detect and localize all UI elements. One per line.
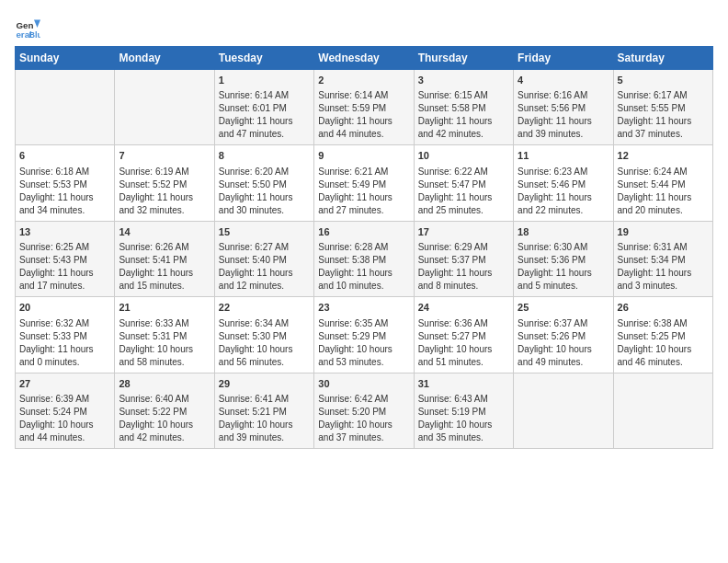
day-number: 12	[618, 149, 709, 163]
day-number: 22	[219, 301, 310, 315]
day-cell: 11Sunrise: 6:23 AMSunset: 5:46 PMDayligh…	[514, 145, 613, 221]
day-info: Sunrise: 6:40 AM	[119, 393, 210, 406]
day-number: 30	[318, 377, 409, 391]
day-info: Daylight: 11 hours and 3 minutes.	[618, 267, 709, 293]
day-info: Daylight: 10 hours and 46 minutes.	[618, 343, 709, 369]
day-number: 31	[418, 377, 509, 391]
day-header-tuesday: Tuesday	[214, 47, 313, 70]
day-header-monday: Monday	[115, 47, 214, 70]
day-cell: 2Sunrise: 6:14 AMSunset: 5:59 PMDaylight…	[314, 70, 414, 145]
day-cell: 19Sunrise: 6:31 AMSunset: 5:34 PMDayligh…	[613, 221, 712, 296]
day-info: Sunset: 5:52 PM	[119, 178, 210, 191]
day-number: 11	[518, 149, 609, 163]
day-cell	[115, 70, 214, 145]
day-number: 25	[518, 301, 609, 315]
day-info: Daylight: 11 hours and 34 minutes.	[19, 191, 110, 217]
day-info: Sunrise: 6:17 AM	[618, 89, 709, 102]
day-number: 3	[418, 74, 509, 87]
day-info: Sunset: 5:47 PM	[418, 178, 509, 191]
day-info: Daylight: 11 hours and 10 minutes.	[318, 267, 409, 293]
day-header-thursday: Thursday	[414, 47, 513, 70]
day-info: Sunset: 5:26 PM	[518, 330, 609, 343]
day-number: 26	[618, 301, 709, 315]
day-info: Daylight: 10 hours and 35 minutes.	[418, 419, 509, 444]
day-info: Sunset: 5:27 PM	[418, 330, 509, 343]
day-number: 9	[318, 149, 409, 163]
day-header-friday: Friday	[514, 47, 613, 70]
day-info: Sunrise: 6:15 AM	[418, 89, 509, 102]
day-info: Sunrise: 6:39 AM	[19, 393, 110, 406]
day-number: 2	[318, 74, 409, 87]
day-number: 24	[418, 301, 509, 315]
day-info: Sunrise: 6:28 AM	[318, 241, 409, 254]
day-info: Daylight: 11 hours and 17 minutes.	[19, 267, 110, 293]
day-info: Sunset: 5:19 PM	[418, 406, 509, 419]
day-number: 4	[518, 74, 609, 87]
day-number: 14	[119, 225, 210, 239]
page-header: Gen eral Blue	[15, 15, 713, 40]
calendar-table: SundayMondayTuesdayWednesdayThursdayFrid…	[15, 46, 713, 449]
day-info: Sunrise: 6:18 AM	[19, 166, 110, 178]
day-info: Sunrise: 6:42 AM	[318, 393, 409, 406]
day-info: Daylight: 11 hours and 22 minutes.	[518, 191, 609, 217]
week-row-1: 1Sunrise: 6:14 AMSunset: 6:01 PMDaylight…	[16, 70, 713, 145]
day-cell: 1Sunrise: 6:14 AMSunset: 6:01 PMDaylight…	[214, 70, 313, 145]
day-number: 1	[219, 74, 310, 87]
day-cell: 31Sunrise: 6:43 AMSunset: 5:19 PMDayligh…	[414, 373, 513, 448]
day-info: Daylight: 11 hours and 37 minutes.	[618, 115, 709, 141]
day-info: Sunset: 6:01 PM	[219, 102, 310, 115]
day-info: Daylight: 11 hours and 5 minutes.	[518, 267, 609, 293]
day-info: Sunset: 5:22 PM	[119, 406, 210, 419]
day-cell	[16, 70, 115, 145]
day-cell: 27Sunrise: 6:39 AMSunset: 5:24 PMDayligh…	[16, 373, 115, 448]
day-info: Sunset: 5:33 PM	[19, 330, 110, 343]
day-info: Sunrise: 6:22 AM	[418, 166, 509, 178]
day-info: Sunset: 5:49 PM	[318, 178, 409, 191]
day-info: Daylight: 11 hours and 30 minutes.	[219, 191, 310, 217]
day-cell: 24Sunrise: 6:36 AMSunset: 5:27 PMDayligh…	[414, 297, 513, 373]
day-info: Daylight: 10 hours and 42 minutes.	[119, 419, 210, 444]
day-cell	[514, 373, 613, 448]
day-number: 19	[618, 225, 709, 239]
day-info: Sunset: 5:36 PM	[518, 254, 609, 267]
day-info: Sunrise: 6:23 AM	[518, 166, 609, 178]
day-header-wednesday: Wednesday	[314, 47, 414, 70]
day-info: Sunset: 5:50 PM	[219, 178, 310, 191]
day-info: Sunrise: 6:33 AM	[119, 317, 210, 330]
day-number: 18	[518, 225, 609, 239]
day-number: 8	[219, 149, 310, 163]
day-cell: 7Sunrise: 6:19 AMSunset: 5:52 PMDaylight…	[115, 145, 214, 221]
day-info: Daylight: 10 hours and 51 minutes.	[418, 343, 509, 369]
day-info: Sunrise: 6:25 AM	[19, 241, 110, 254]
day-number: 29	[219, 377, 310, 391]
logo: Gen eral Blue	[15, 15, 40, 40]
day-info: Daylight: 11 hours and 15 minutes.	[119, 267, 210, 293]
day-info: Daylight: 10 hours and 58 minutes.	[119, 343, 210, 369]
day-info: Sunset: 5:31 PM	[119, 330, 210, 343]
day-info: Sunrise: 6:29 AM	[418, 241, 509, 254]
day-number: 15	[219, 225, 310, 239]
day-info: Sunrise: 6:16 AM	[518, 89, 609, 102]
day-number: 7	[119, 149, 210, 163]
day-info: Daylight: 10 hours and 56 minutes.	[219, 343, 310, 369]
day-number: 10	[418, 149, 509, 163]
day-cell: 28Sunrise: 6:40 AMSunset: 5:22 PMDayligh…	[115, 373, 214, 448]
day-info: Sunrise: 6:21 AM	[318, 166, 409, 178]
days-row: SundayMondayTuesdayWednesdayThursdayFrid…	[16, 47, 713, 70]
day-info: Sunset: 5:56 PM	[518, 102, 609, 115]
day-number: 28	[119, 377, 210, 391]
logo-icon: Gen eral Blue	[15, 15, 40, 40]
day-info: Daylight: 11 hours and 42 minutes.	[418, 115, 509, 141]
day-info: Sunset: 5:43 PM	[19, 254, 110, 267]
day-info: Daylight: 11 hours and 27 minutes.	[318, 191, 409, 217]
day-info: Daylight: 10 hours and 49 minutes.	[518, 343, 609, 369]
day-info: Sunset: 5:21 PM	[219, 406, 310, 419]
day-cell: 3Sunrise: 6:15 AMSunset: 5:58 PMDaylight…	[414, 70, 513, 145]
day-info: Sunset: 5:41 PM	[119, 254, 210, 267]
day-info: Daylight: 11 hours and 20 minutes.	[618, 191, 709, 217]
day-info: Daylight: 11 hours and 44 minutes.	[318, 115, 409, 141]
day-info: Sunrise: 6:26 AM	[119, 241, 210, 254]
day-info: Daylight: 11 hours and 39 minutes.	[518, 115, 609, 141]
day-info: Sunrise: 6:24 AM	[618, 166, 709, 178]
week-row-3: 13Sunrise: 6:25 AMSunset: 5:43 PMDayligh…	[16, 221, 713, 296]
